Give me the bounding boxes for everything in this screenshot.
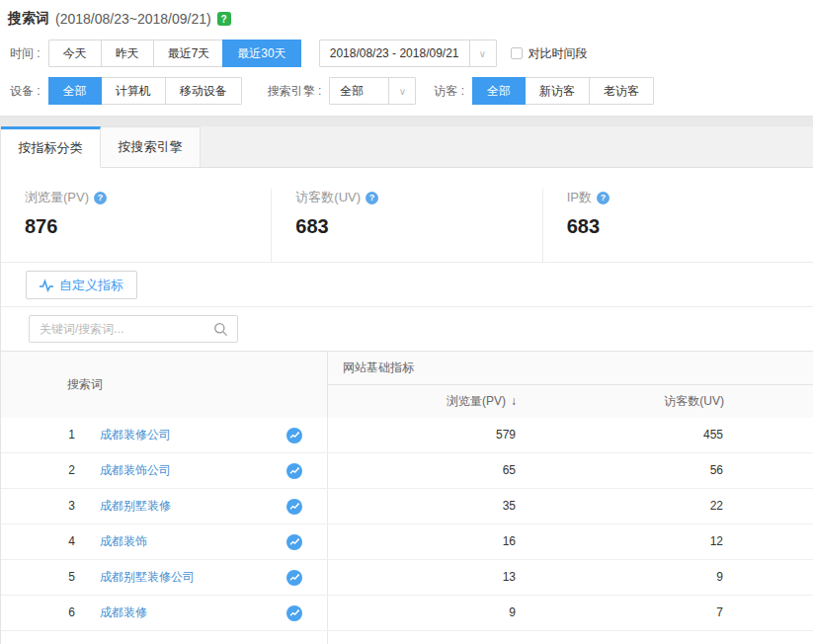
row-rank: 2 <box>1 453 75 488</box>
custom-metric-label: 自定义指标 <box>59 277 123 294</box>
device-option-pc[interactable]: 计算机 <box>101 78 165 104</box>
help-icon-green[interactable]: ? <box>217 12 231 26</box>
table-row: 1 成都装修公司 579 455 <box>1 418 813 453</box>
custom-metric-row: 自定义指标 <box>1 263 813 307</box>
chevron-down-icon: ∨ <box>469 40 496 66</box>
table-row: 2 成都装饰公司 65 56 <box>1 453 813 489</box>
visitor-option-returning[interactable]: 老访客 <box>589 78 653 104</box>
visitor-segmented: 全部 新访客 老访客 <box>472 77 654 105</box>
keyword-link[interactable]: 成都装修 <box>100 604 147 621</box>
summary-metrics: 浏览量(PV) ? 876 访客数(UV) ? 683 IP数 ? 683 <box>1 168 813 263</box>
cell-pv: 9 <box>327 596 516 630</box>
chevron-down-icon: ∨ <box>388 78 415 104</box>
visitor-option-new[interactable]: 新访客 <box>525 78 589 104</box>
time-filter-label: 时间 : <box>10 45 41 62</box>
row-rank: 3 <box>1 489 75 523</box>
metric-pv: 浏览量(PV) ? 876 <box>1 189 271 262</box>
trend-chart-icon[interactable] <box>286 463 302 479</box>
help-icon[interactable]: ? <box>597 192 610 204</box>
table-row: 3 成都别墅装修 35 22 <box>1 489 813 524</box>
time-option-last30days[interactable]: 最近30天 <box>222 40 300 67</box>
engine-select-value: 全部 <box>330 78 388 104</box>
metric-ip: IP数 ? 683 <box>542 189 813 262</box>
trend-chart-icon[interactable] <box>286 605 302 621</box>
table-header: 搜索词 网站基础指标 浏览量(PV)↓ 访客数(UV) <box>1 352 813 418</box>
keyword-search-box <box>29 315 238 343</box>
cell-pv: 65 <box>327 453 516 488</box>
compare-period-checkbox[interactable] <box>511 47 523 59</box>
trend-chart-icon[interactable] <box>286 499 302 515</box>
row-rank: 1 <box>1 418 75 452</box>
page-background-gap <box>0 117 813 126</box>
keywords-table: 搜索词 网站基础指标 浏览量(PV)↓ 访客数(UV) 1 成都装修公司 579… <box>1 351 813 644</box>
trend-chart-icon[interactable] <box>286 428 302 443</box>
compare-period-label: 对比时间段 <box>528 45 588 62</box>
metric-ip-label: IP数 <box>567 189 592 206</box>
keyword-search-input[interactable] <box>30 322 213 336</box>
engine-filter-label: 搜索引擎 : <box>268 83 322 100</box>
keyword-link[interactable]: 成都装修公司 <box>100 427 171 443</box>
cell-uv: 455 <box>516 418 723 452</box>
visitor-option-all[interactable]: 全部 <box>472 77 526 105</box>
trend-chart-icon[interactable] <box>286 534 302 550</box>
cell-pv: 579 <box>327 418 516 452</box>
help-icon[interactable]: ? <box>366 192 378 204</box>
device-filter-label: 设备 : <box>10 83 41 100</box>
engine-select[interactable]: 全部 ∨ <box>329 77 416 105</box>
metric-ip-label-row: IP数 ? <box>567 189 813 206</box>
filter-card: 搜索词 (2018/08/23~2018/09/21) ? 时间 : 今天 昨天… <box>0 0 813 117</box>
table-row: 4 成都装饰 16 12 <box>1 524 813 560</box>
pulse-icon <box>40 279 53 292</box>
visitor-filter-label: 访客 : <box>434 83 464 100</box>
metric-uv-label: 访客数(UV) <box>295 189 361 206</box>
keyword-link[interactable]: 成都装饰 <box>100 533 147 550</box>
keyword-link[interactable]: 成都别墅装修公司 <box>100 569 195 586</box>
search-icon[interactable] <box>213 322 228 337</box>
table-bottom-strip <box>1 631 813 644</box>
cell-uv: 12 <box>516 524 723 559</box>
cell-pv: 16 <box>327 524 516 559</box>
trend-chart-icon[interactable] <box>286 570 302 586</box>
keyword-link[interactable]: 成都别墅装修 <box>100 498 171 515</box>
metric-pv-label-row: 浏览量(PV) ? <box>25 189 271 206</box>
device-option-all[interactable]: 全部 <box>48 77 102 105</box>
date-range-value: 2018/08/23 - 2018/09/21 <box>320 40 469 66</box>
title-row: 搜索词 (2018/08/23~2018/09/21) ? <box>8 8 813 30</box>
keyword-link[interactable]: 成都装饰公司 <box>100 462 171 479</box>
metric-pv-label: 浏览量(PV) <box>25 189 89 206</box>
time-option-yesterday[interactable]: 昨天 <box>101 40 153 66</box>
row-rank: 4 <box>1 524 75 559</box>
metric-uv: 访客数(UV) ? 683 <box>271 189 541 262</box>
help-icon[interactable]: ? <box>94 192 107 204</box>
report-date-range: (2018/08/23~2018/09/21) <box>55 11 211 27</box>
date-range-picker[interactable]: 2018/08/23 - 2018/09/21 ∨ <box>319 40 497 67</box>
metric-uv-value: 683 <box>295 215 541 238</box>
time-range-segmented: 今天 昨天 最近7天 最近30天 <box>48 40 301 67</box>
device-filter-row: 设备 : 全部 计算机 移动设备 搜索引擎 : 全部 ∨ 访客 : 全部 新访客… <box>10 77 813 105</box>
report-panel: 按指标分类 按搜索引擎 浏览量(PV) ? 876 访客数(UV) ? 683 … <box>0 126 813 644</box>
cell-pv: 13 <box>327 560 516 595</box>
device-segmented: 全部 计算机 移动设备 <box>48 77 242 105</box>
column-header-pv[interactable]: 浏览量(PV)↓ <box>328 393 517 410</box>
time-option-today[interactable]: 今天 <box>49 40 101 66</box>
column-header-keyword: 搜索词 <box>1 352 327 418</box>
time-filter-row: 时间 : 今天 昨天 最近7天 最近30天 2018/08/23 - 2018/… <box>10 40 813 67</box>
tab-by-search-engine[interactable]: 按搜索引擎 <box>101 126 201 167</box>
tab-by-metric[interactable]: 按指标分类 <box>1 126 101 168</box>
custom-metric-button[interactable]: 自定义指标 <box>26 271 137 299</box>
tab-bar: 按指标分类 按搜索引擎 <box>1 126 813 168</box>
page-title: 搜索词 <box>8 10 49 28</box>
column-header-uv[interactable]: 访客数(UV) <box>517 393 724 410</box>
cell-pv: 35 <box>327 489 516 523</box>
metric-uv-label-row: 访客数(UV) ? <box>295 189 541 206</box>
metric-pv-value: 876 <box>25 215 271 238</box>
time-option-last7days[interactable]: 最近7天 <box>153 40 224 66</box>
device-option-mobile[interactable]: 移动设备 <box>165 78 241 104</box>
table-row: 5 成都别墅装修公司 13 9 <box>1 560 813 596</box>
cell-uv: 9 <box>516 560 723 595</box>
cell-uv: 7 <box>516 596 723 630</box>
group-header-site-basics: 网站基础指标 <box>328 352 813 385</box>
table-row: 6 成都装修 9 7 <box>1 596 813 631</box>
metrics-header-group: 网站基础指标 浏览量(PV)↓ 访客数(UV) <box>327 352 813 418</box>
compare-period-checkbox-wrap[interactable]: 对比时间段 <box>511 45 588 62</box>
